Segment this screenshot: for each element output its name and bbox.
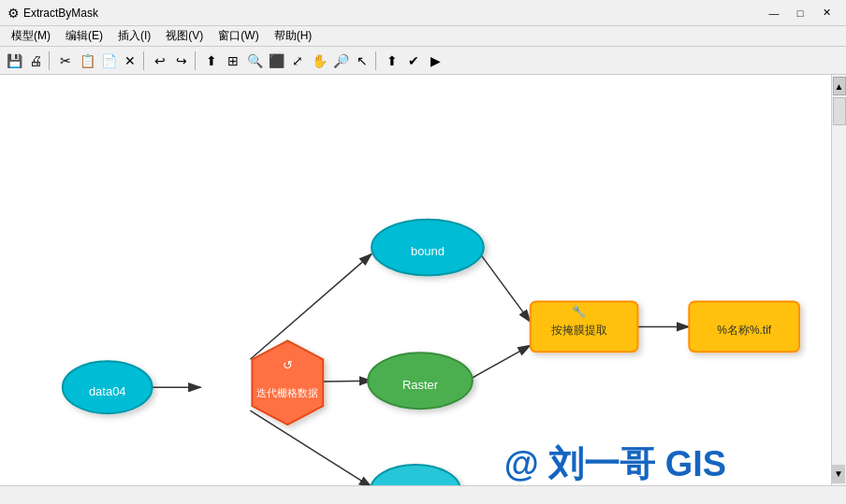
svg-text:data04: data04 — [89, 384, 126, 398]
menu-edit[interactable]: 编辑(E) — [58, 26, 110, 46]
undo-button[interactable]: ↩ — [150, 50, 170, 71]
delete-button[interactable]: ✕ — [120, 50, 140, 71]
node-bound[interactable]: bound — [372, 220, 484, 276]
node-name[interactable]: 名称 — [371, 465, 460, 485]
diagram-canvas[interactable]: data04 ↺ 迭代栅格数据 bound Raster 名称 🔧 — [0, 75, 831, 485]
redo-button[interactable]: ↪ — [171, 50, 192, 71]
node-output[interactable]: %名称%.tif — [689, 301, 799, 352]
svg-text:%名称%.tif: %名称%.tif — [717, 324, 772, 337]
print-button[interactable]: 🖨 — [25, 50, 46, 71]
toolbar-separator — [49, 51, 52, 70]
cut-button[interactable]: ✂ — [55, 50, 76, 71]
minimize-button[interactable]: — — [762, 4, 786, 22]
zoom-out-button[interactable]: ⬛ — [266, 50, 286, 71]
edge-bound-extract — [476, 249, 531, 323]
app-icon: ⚙ — [7, 6, 20, 21]
statusbar — [0, 485, 846, 504]
fit-button[interactable]: ⤢ — [287, 50, 308, 71]
canvas-area[interactable]: data04 ↺ 迭代栅格数据 bound Raster 名称 🔧 — [0, 75, 846, 485]
node-raster[interactable]: Raster — [368, 353, 473, 409]
svg-text:bound: bound — [411, 244, 445, 258]
menu-model[interactable]: 模型(M) — [4, 26, 58, 46]
svg-text:↺: ↺ — [283, 358, 293, 372]
select-button[interactable]: ↖ — [352, 50, 372, 71]
maximize-button[interactable]: □ — [788, 4, 812, 22]
svg-text:🔧: 🔧 — [572, 304, 586, 318]
connect-button[interactable]: ⬆ — [382, 50, 402, 71]
run-button[interactable]: ▶ — [425, 50, 445, 71]
validate-button[interactable]: ✔ — [403, 50, 424, 71]
window-title: ExtractByMask — [23, 7, 98, 20]
titlebar-controls: — □ ✕ — [762, 4, 839, 22]
pan-button[interactable]: ✋ — [309, 50, 329, 71]
save-button[interactable]: 💾 — [4, 50, 24, 71]
toolbar-separator-3 — [195, 51, 198, 70]
toolbar: 💾 🖨 ✂ 📋 📄 ✕ ↩ ↪ ⬆ ⊞ 🔍 ⬛ ⤢ ✋ 🔎 ↖ ⬆ ✔ ▶ — [0, 47, 846, 75]
big-watermark: @ 刘一哥 GIS — [504, 443, 726, 483]
svg-point-10 — [371, 465, 460, 485]
svg-text:Raster: Raster — [402, 378, 439, 392]
edge-iterate-name — [250, 410, 372, 485]
toolbar-separator-2 — [143, 51, 147, 70]
toolbar-separator-4 — [375, 51, 379, 70]
copy-button[interactable]: 📋 — [77, 50, 97, 71]
vertical-scrollbar[interactable]: ▲ ▼ — [831, 75, 846, 485]
node-iterate[interactable]: ↺ 迭代栅格数据 — [252, 340, 323, 425]
node-data04[interactable]: data04 — [63, 361, 153, 413]
add-button[interactable]: ⬆ — [201, 50, 222, 71]
close-button[interactable]: ✕ — [814, 4, 839, 22]
menu-view[interactable]: 视图(V) — [158, 26, 211, 46]
menu-help[interactable]: 帮助(H) — [267, 26, 320, 46]
zoom-in-button[interactable]: 🔍 — [244, 50, 265, 71]
titlebar: ⚙ ExtractByMask — □ ✕ — [0, 0, 846, 26]
paste-button[interactable]: 📄 — [98, 50, 119, 71]
svg-text:迭代栅格数据: 迭代栅格数据 — [256, 387, 318, 398]
edge-iterate-bound — [250, 254, 372, 360]
menubar: 模型(M) 编辑(E) 插入(I) 视图(V) 窗口(W) 帮助(H) — [0, 26, 846, 47]
menu-insert[interactable]: 插入(I) — [110, 26, 158, 46]
svg-marker-3 — [252, 340, 323, 425]
grid-button[interactable]: ⊞ — [223, 50, 243, 71]
svg-text:按掩膜提取: 按掩膜提取 — [551, 324, 607, 337]
search-button[interactable]: 🔎 — [330, 50, 351, 71]
menu-window[interactable]: 窗口(W) — [211, 26, 266, 46]
node-extract[interactable]: 🔧 按掩膜提取 — [531, 301, 638, 352]
edge-raster-extract — [467, 345, 531, 381]
